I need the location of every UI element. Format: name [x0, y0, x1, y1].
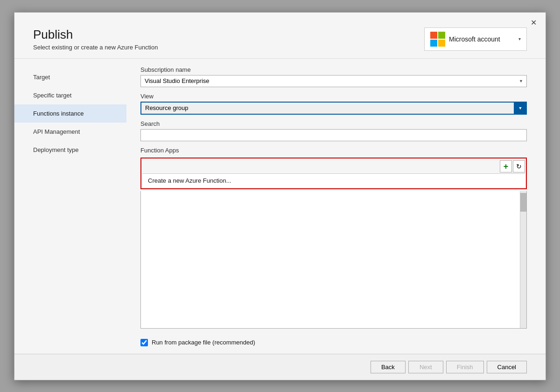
sidebar-item-api-management[interactable]: API Management	[14, 123, 126, 141]
dialog-title: Publish	[33, 28, 158, 42]
function-apps-list	[140, 191, 527, 329]
sidebar-item-deployment-type[interactable]: Deployment type	[14, 141, 126, 159]
refresh-button[interactable]: ↻	[513, 160, 525, 172]
ms-account-dropdown-arrow: ▾	[518, 36, 521, 41]
view-select[interactable]: Resource group	[140, 102, 527, 115]
ms-logo-yellow	[438, 40, 445, 47]
view-label: View	[140, 93, 527, 100]
publish-dialog: ✕ Publish Select existing or create a ne…	[14, 12, 546, 380]
cancel-button[interactable]: Cancel	[487, 361, 527, 373]
list-scrollbar-thumb	[520, 193, 527, 212]
back-button[interactable]: Back	[371, 361, 406, 373]
main-content: Target Specific target Functions instanc…	[14, 59, 546, 354]
toolbar-row: + ↻	[142, 159, 525, 173]
dialog-subtitle: Select existing or create a new Azure Fu…	[33, 44, 158, 51]
footer: Back Next Finish Cancel	[14, 354, 546, 380]
sidebar-item-target[interactable]: Target	[14, 68, 126, 86]
function-apps-label: Function Apps	[140, 147, 179, 154]
dropdown-menu: Create a new Azure Function...	[142, 173, 525, 187]
create-new-azure-function-item[interactable]: Create a new Azure Function...	[142, 174, 525, 187]
search-group: Search	[140, 120, 527, 141]
subscription-group: Subscription name Visual Studio Enterpri…	[140, 66, 527, 87]
checkbox-row: Run from package file (recommended)	[140, 334, 527, 346]
sidebar: Target Specific target Functions instanc…	[14, 59, 126, 354]
search-label: Search	[140, 120, 527, 127]
ms-logo-red	[430, 32, 437, 39]
title-bar: ✕	[14, 13, 546, 28]
function-apps-section: Function Apps + ↻ Create	[140, 147, 527, 329]
run-from-package-label[interactable]: Run from package file (recommended)	[152, 339, 255, 346]
finish-button[interactable]: Finish	[446, 361, 484, 373]
next-button[interactable]: Next	[408, 361, 443, 373]
subscription-select-wrapper: Visual Studio Enterprise	[140, 75, 527, 87]
form-area: Subscription name Visual Studio Enterpri…	[126, 59, 546, 354]
close-button[interactable]: ✕	[529, 18, 538, 28]
function-apps-header: Function Apps	[140, 147, 527, 154]
subscription-select[interactable]: Visual Studio Enterprise	[140, 75, 527, 87]
microsoft-account-box[interactable]: Microsoft account ▾	[424, 28, 527, 51]
view-select-container: Resource group ▼	[140, 102, 527, 115]
microsoft-account-name: Microsoft account	[449, 35, 515, 43]
add-new-button[interactable]: +	[500, 160, 512, 172]
subscription-label: Subscription name	[140, 66, 527, 73]
red-outline-area: + ↻ Create a new Azure Function...	[140, 158, 527, 189]
view-group: View Resource group ▼	[140, 93, 527, 115]
microsoft-logo	[430, 32, 445, 47]
search-input[interactable]	[140, 129, 527, 141]
run-from-package-checkbox[interactable]	[140, 339, 148, 346]
ms-logo-blue	[430, 40, 437, 47]
sidebar-item-specific-target[interactable]: Specific target	[14, 86, 126, 104]
ms-logo-green	[438, 32, 445, 39]
header-section: Publish Select existing or create a new …	[14, 28, 546, 58]
header-left: Publish Select existing or create a new …	[33, 28, 158, 51]
list-scrollbar-track	[520, 191, 526, 328]
sidebar-item-functions-instance[interactable]: Functions instance	[14, 104, 126, 123]
